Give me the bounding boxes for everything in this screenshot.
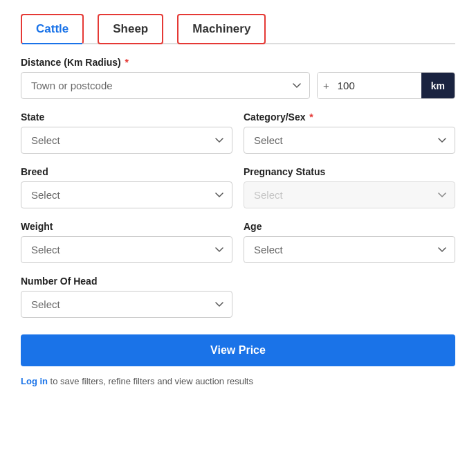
- breed-label: Breed: [21, 166, 232, 177]
- distance-required-star: *: [122, 57, 129, 68]
- distance-label: Distance (Km Radius) *: [21, 57, 455, 68]
- km-button[interactable]: km: [421, 73, 455, 98]
- number-of-head-wrapper: Select: [21, 291, 232, 318]
- postcode-select[interactable]: Town or postcode: [21, 72, 310, 99]
- view-price-section: View Price: [21, 332, 455, 376]
- login-link[interactable]: Log in: [21, 376, 48, 386]
- number-of-head-section: Number Of Head Select: [21, 276, 455, 318]
- pregnancy-status-label: Pregnancy Status: [244, 166, 455, 177]
- km-wrapper: + km: [317, 72, 455, 99]
- pregnancy-status-col: Pregnancy Status Select: [244, 166, 455, 208]
- view-price-button[interactable]: View Price: [21, 334, 455, 366]
- category-sex-select[interactable]: Select: [244, 127, 455, 154]
- login-suffix: to save filters, refine filters and view…: [48, 376, 253, 386]
- main-container: Cattle Sheep Machinery Distance (Km Radi…: [7, 7, 469, 400]
- age-select[interactable]: Select: [244, 236, 455, 263]
- distance-section: Distance (Km Radius) * Town or postcode …: [21, 57, 455, 99]
- weight-select[interactable]: Select: [21, 236, 232, 263]
- number-of-head-label: Number Of Head: [21, 276, 455, 287]
- category-sex-col: Category/Sex * Select: [244, 111, 455, 154]
- weight-col: Weight Select: [21, 221, 232, 263]
- pregnancy-status-select[interactable]: Select: [244, 181, 455, 208]
- state-select[interactable]: Select: [21, 127, 232, 154]
- tab-machinery[interactable]: Machinery: [177, 14, 266, 44]
- breed-select[interactable]: Select: [21, 181, 232, 208]
- breed-pregnancy-row: Breed Select Pregnancy Status Select: [21, 166, 455, 208]
- tab-cattle[interactable]: Cattle: [21, 14, 84, 44]
- weight-label: Weight: [21, 221, 232, 232]
- km-input[interactable]: [335, 73, 421, 98]
- state-category-row: State Select Category/Sex * Select: [21, 111, 455, 154]
- breed-col: Breed Select: [21, 166, 232, 208]
- tab-sheep[interactable]: Sheep: [98, 14, 163, 44]
- postcode-wrapper: Town or postcode: [21, 72, 310, 99]
- km-input-wrapper: + km: [317, 72, 455, 99]
- state-label: State: [21, 111, 232, 123]
- number-of-head-select[interactable]: Select: [21, 291, 232, 318]
- category-sex-label: Category/Sex *: [244, 111, 455, 123]
- state-col: State Select: [21, 111, 232, 154]
- age-col: Age Select: [244, 221, 455, 263]
- age-label: Age: [244, 221, 455, 232]
- distance-row: Town or postcode + km: [21, 72, 455, 99]
- weight-age-row: Weight Select Age Select: [21, 221, 455, 263]
- category-sex-required-star: *: [306, 111, 313, 123]
- tabs-wrapper: Cattle Sheep Machinery: [21, 14, 455, 44]
- login-text: Log in to save filters, refine filters a…: [21, 376, 455, 386]
- km-prefix: +: [318, 73, 335, 98]
